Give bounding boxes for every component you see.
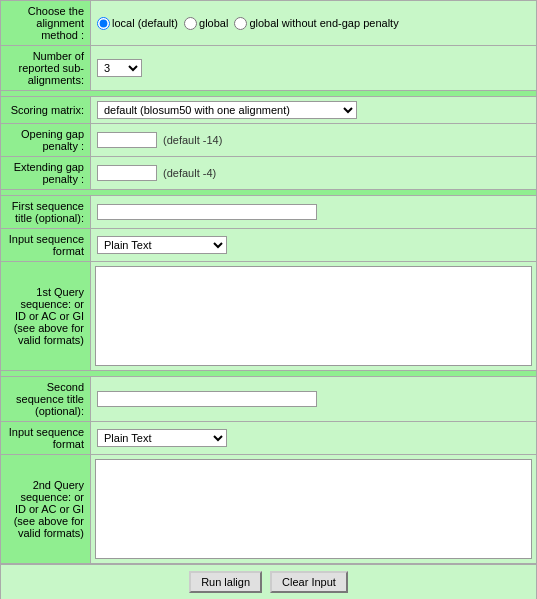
input-format-1-row: Input sequence format Plain Text FASTA G… xyxy=(1,229,536,262)
extending-gap-label: Extending gap penalty : xyxy=(1,157,91,189)
sub-alignments-row: Number of reported sub-alignments: 1 2 3… xyxy=(1,46,536,91)
scoring-matrix-row: Scoring matrix: default (blosum50 with o… xyxy=(1,97,536,124)
second-query-row: 2nd Query sequence: or ID or AC or GI (s… xyxy=(1,455,536,564)
input-format-2-row: Input sequence format Plain Text FASTA G… xyxy=(1,422,536,455)
extending-gap-content: 4 (default -4) xyxy=(91,157,536,189)
input-format-1-label: Input sequence format xyxy=(1,229,91,261)
radio-global[interactable] xyxy=(184,17,197,30)
form-container: Choose the alignment method : local (def… xyxy=(0,0,537,599)
footer: Run lalign Clear Input xyxy=(1,564,536,599)
second-seq-title-input[interactable] xyxy=(97,391,317,407)
run-button[interactable]: Run lalign xyxy=(189,571,262,593)
second-seq-title-row: Second sequence title (optional): xyxy=(1,377,536,422)
first-query-textarea[interactable] xyxy=(95,266,532,366)
radio-global-label[interactable]: global xyxy=(184,17,228,30)
alignment-radio-group: local (default) global global without en… xyxy=(97,17,399,30)
second-seq-title-label: Second sequence title (optional): xyxy=(1,377,91,421)
alignment-method-row: Choose the alignment method : local (def… xyxy=(1,1,536,46)
sub-alignments-select[interactable]: 1 2 3 4 5 xyxy=(97,59,142,77)
first-seq-title-input[interactable] xyxy=(97,204,317,220)
scoring-matrix-label: Scoring matrix: xyxy=(1,97,91,123)
input-format-1-content: Plain Text FASTA GenBank EMBL xyxy=(91,229,536,261)
alignment-method-options: local (default) global global without en… xyxy=(91,1,536,45)
opening-gap-content: 14 (default -14) xyxy=(91,124,536,156)
alignment-method-label: Choose the alignment method : xyxy=(1,1,91,45)
first-query-row: 1st Query sequence: or ID or AC or GI (s… xyxy=(1,262,536,371)
input-format-1-select[interactable]: Plain Text FASTA GenBank EMBL xyxy=(97,236,227,254)
extending-gap-input[interactable]: 4 xyxy=(97,165,157,181)
input-format-2-label: Input sequence format xyxy=(1,422,91,454)
second-query-label: 2nd Query sequence: or ID or AC or GI (s… xyxy=(1,455,91,563)
second-query-content xyxy=(91,455,536,563)
scoring-matrix-content: default (blosum50 with one alignment) xyxy=(91,97,536,123)
first-seq-title-row: First sequence title (optional): xyxy=(1,196,536,229)
second-seq-title-content xyxy=(91,377,536,421)
opening-gap-default: (default -14) xyxy=(163,134,222,146)
input-format-2-content: Plain Text FASTA GenBank EMBL xyxy=(91,422,536,454)
radio-local-label[interactable]: local (default) xyxy=(97,17,178,30)
first-query-label: 1st Query sequence: or ID or AC or GI (s… xyxy=(1,262,91,370)
opening-gap-input[interactable]: 14 xyxy=(97,132,157,148)
input-format-2-select[interactable]: Plain Text FASTA GenBank EMBL xyxy=(97,429,227,447)
first-seq-title-content xyxy=(91,196,536,228)
opening-gap-label: Opening gap penalty : xyxy=(1,124,91,156)
radio-global-no-endgap-label[interactable]: global without end-gap penalty xyxy=(234,17,398,30)
scoring-matrix-select[interactable]: default (blosum50 with one alignment) xyxy=(97,101,357,119)
sub-alignments-label: Number of reported sub-alignments: xyxy=(1,46,91,90)
second-query-textarea[interactable] xyxy=(95,459,532,559)
clear-button[interactable]: Clear Input xyxy=(270,571,348,593)
first-query-content xyxy=(91,262,536,370)
radio-local[interactable] xyxy=(97,17,110,30)
extending-gap-row: Extending gap penalty : 4 (default -4) xyxy=(1,157,536,190)
first-seq-title-label: First sequence title (optional): xyxy=(1,196,91,228)
opening-gap-row: Opening gap penalty : 14 (default -14) xyxy=(1,124,536,157)
radio-global-no-endgap[interactable] xyxy=(234,17,247,30)
extending-gap-default: (default -4) xyxy=(163,167,216,179)
sub-alignments-content: 1 2 3 4 5 xyxy=(91,46,536,90)
